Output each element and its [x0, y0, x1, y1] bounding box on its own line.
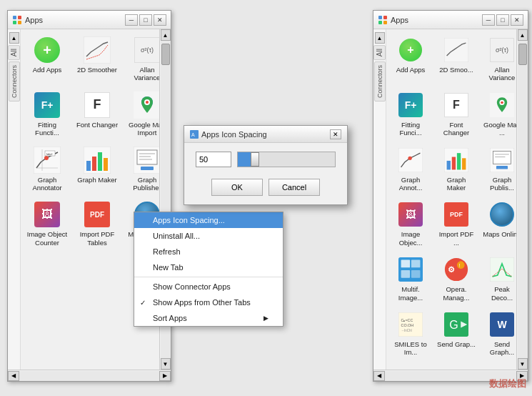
- svg-rect-17: [92, 157, 96, 171]
- r-send-graph2-label: Send Graph...: [483, 340, 516, 357]
- dialog-slider[interactable]: [237, 152, 336, 167]
- app-item-add-apps[interactable]: + Add Apps: [24, 32, 71, 86]
- menu-item-refresh[interactable]: Refresh: [134, 244, 283, 259]
- right-close-btn[interactable]: ✕: [511, 14, 523, 26]
- graph-maker-label: Graph Maker: [77, 176, 116, 184]
- right-scroll-up-btn[interactable]: ▲: [518, 29, 528, 41]
- left-close-btn[interactable]: ✕: [154, 14, 166, 26]
- svg-rect-19: [104, 158, 108, 171]
- right-scrollbar: ▲ ▼: [516, 29, 528, 370]
- left-hscroll-left[interactable]: ◀: [8, 371, 19, 381]
- right-scroll-down-btn[interactable]: ▼: [518, 358, 528, 370]
- r-app-maps[interactable]: Maps Online: [481, 197, 516, 250]
- left-scroll-down-btn[interactable]: ▼: [161, 358, 171, 370]
- menu-item-uninstall-all[interactable]: Uninstall All...: [134, 228, 283, 244]
- left-bottom-scroll: ◀ ▶: [8, 370, 171, 381]
- right-scroll-up[interactable]: ▲: [375, 32, 385, 44]
- slider-thumb[interactable]: [251, 152, 259, 167]
- dialog-ok-btn[interactable]: OK: [211, 179, 263, 196]
- apps-window-icon: [12, 15, 22, 25]
- dialog-cancel-btn[interactable]: Cancel: [268, 179, 320, 196]
- 2d-smoother-label: 2D Smoother: [77, 66, 117, 74]
- right-apps-grid: + Add Apps 2D Smoo... σ²(τ) Allan Varian…: [389, 32, 513, 360]
- app-item-2d-smoother[interactable]: 2D Smoother: [74, 32, 121, 86]
- r-word-shape: W: [490, 312, 514, 337]
- r-gmap-label: Google Map ...: [483, 121, 516, 137]
- right-apps-icon: [378, 15, 388, 25]
- left-connectors-tab[interactable]: Connectors: [9, 61, 20, 102]
- svg-text:G: G: [449, 318, 458, 331]
- app-item-image-obj[interactable]: 🖼 Image Object Counter: [24, 197, 71, 250]
- right-maximize-btn[interactable]: □: [496, 14, 509, 26]
- svg-rect-21: [137, 150, 157, 164]
- svg-rect-39: [447, 160, 451, 169]
- gmap-svg: [134, 91, 159, 119]
- r-operate-icon: ⚙ !: [442, 255, 471, 284]
- right-hscroll-left[interactable]: ◀: [373, 371, 385, 381]
- r-send1-svg: G: [444, 312, 468, 337]
- font-label: Font Changer: [76, 121, 118, 129]
- menu-item-show-other[interactable]: ✓ Show Apps from Other Tabs: [134, 294, 283, 310]
- r-app-import-pdf[interactable]: PDF Import PDF ...: [435, 197, 478, 250]
- app-item-graph-pub[interactable]: Graph Publisher: [124, 142, 159, 196]
- left-scroll-up[interactable]: ▲: [9, 32, 19, 44]
- r-app-send-graph1[interactable]: G Send Grap...: [435, 307, 478, 360]
- menu-item-apps-icon-spacing[interactable]: Apps Icon Spacing...: [134, 212, 283, 228]
- app-item-font[interactable]: F Font Changer: [74, 87, 121, 141]
- right-apps-body: ▲ All Connectors + Add Apps 2: [373, 29, 528, 370]
- svg-rect-0: [13, 16, 16, 19]
- right-connectors-tab[interactable]: Connectors: [374, 61, 386, 102]
- left-hscroll-right[interactable]: ▶: [159, 371, 171, 381]
- app-item-allan[interactable]: σ²(τ) Allan Variance: [124, 32, 159, 86]
- left-scroll-thumb[interactable]: [161, 44, 170, 65]
- r-app-peak[interactable]: Peak Deco...: [481, 252, 516, 305]
- r-app-graph-pub[interactable]: Graph Publis...: [481, 142, 516, 196]
- r-app-multi[interactable]: Multif. Image...: [389, 252, 432, 305]
- right-all-tab[interactable]: All: [373, 45, 386, 60]
- r-send-graph1-label: Send Grap...: [437, 340, 476, 348]
- r-app-gmap[interactable]: Google Map ...: [481, 87, 516, 141]
- r-graph-maker-icon: [442, 146, 471, 174]
- right-minimize-btn[interactable]: ─: [482, 14, 495, 26]
- r-app-font[interactable]: F Font Changer: [435, 87, 478, 141]
- r-app-send-graph2[interactable]: W Send Graph...: [481, 307, 516, 360]
- left-minimize-btn[interactable]: ─: [125, 14, 138, 26]
- menu-item-show-connector[interactable]: Show Connector Apps: [134, 279, 283, 294]
- app-item-fitting[interactable]: F+ Fitting Functi...: [24, 87, 71, 141]
- r-app-graph-annot[interactable]: Graph Annot...: [389, 142, 432, 196]
- dialog-close-btn[interactable]: ✕: [330, 129, 341, 139]
- left-all-tab[interactable]: All: [8, 45, 20, 60]
- r-import-pdf-icon: PDF: [442, 200, 471, 229]
- menu-item-new-tab[interactable]: New Tab: [134, 259, 283, 275]
- left-maximize-btn[interactable]: □: [139, 14, 152, 26]
- r-app-image-obj[interactable]: 🖼 Image Objec...: [389, 197, 432, 250]
- allan-icon: σ²(τ): [133, 36, 159, 64]
- r-font-label: Font Changer: [437, 121, 476, 137]
- right-apps-grid-container: + Add Apps 2D Smoo... σ²(τ) Allan Varian…: [386, 29, 516, 370]
- r-gmap-icon: [488, 91, 516, 119]
- menu-item-sort-apps[interactable]: Sort Apps ▶: [134, 310, 283, 326]
- app-item-graph-annot[interactable]: label Graph Annotator: [24, 142, 71, 196]
- font-icon: F: [83, 91, 111, 119]
- r-app-add[interactable]: + Add Apps: [389, 32, 432, 86]
- r-app-graph-maker[interactable]: Graph Maker: [435, 142, 478, 196]
- right-scroll-thumb[interactable]: [518, 44, 527, 65]
- add-apps-icon: +: [33, 36, 61, 64]
- right-scroll-track: [518, 41, 528, 358]
- app-item-graph-maker[interactable]: Graph Maker: [74, 142, 121, 196]
- r-app-fitting[interactable]: F+ Fitting Funci...: [389, 87, 432, 141]
- app-item-gmap[interactable]: Google Map Import: [124, 87, 159, 141]
- right-title-bar: Apps ─ □ ✕: [373, 11, 528, 29]
- app-item-import-pdf[interactable]: PDF Import PDF Tables: [74, 197, 121, 250]
- dialog-value-input[interactable]: [196, 152, 231, 167]
- r-multi-svg: [398, 257, 423, 282]
- r-app-smoother[interactable]: 2D Smoo...: [435, 32, 478, 86]
- r-multi-icon: [396, 255, 425, 284]
- left-scroll-up-btn[interactable]: ▲: [161, 29, 171, 41]
- r-app-allan[interactable]: σ²(τ) Allan Variance: [481, 32, 516, 86]
- dialog-icon: A: [190, 130, 199, 139]
- r-app-smiles[interactable]: C₂=CC CO.OH →InChI SMILES to Im...: [389, 307, 432, 360]
- fitting-icon: F+: [33, 91, 61, 119]
- r-image-obj-icon: 🖼: [396, 200, 425, 229]
- r-app-operate[interactable]: ⚙ ! Opera. Manag...: [435, 252, 478, 305]
